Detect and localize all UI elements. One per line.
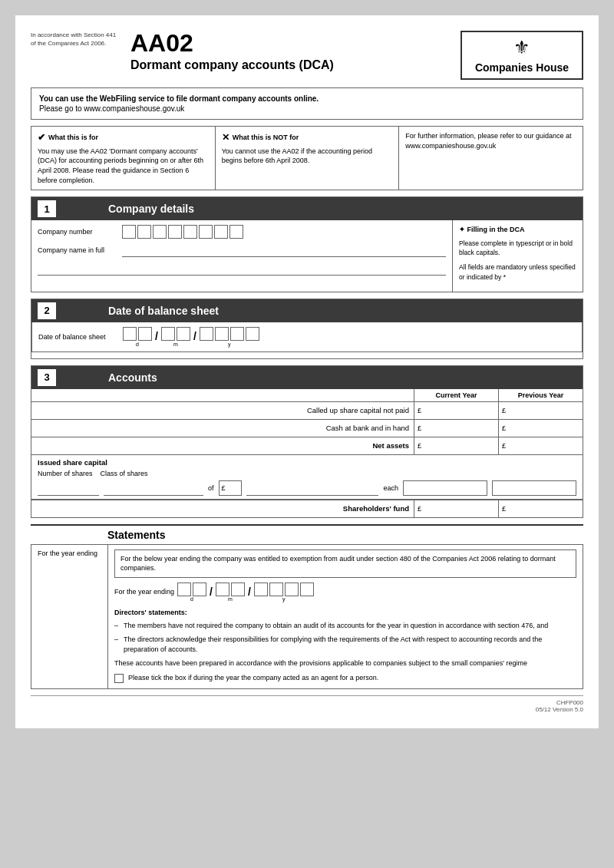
stmt-sep-2: / [248,586,251,598]
value-amount-input[interactable] [246,480,379,496]
webfiling-banner: You can use the WebFiling service to fil… [31,87,583,120]
month-box-2[interactable] [177,327,190,341]
what-not-for-heading: What this is NOT for [233,133,299,143]
pound-icon-1: £ [418,407,421,414]
for-year-date-row: For the year ending d / [114,583,576,602]
info-columns: ✔ What this is for You may use the AA02 … [31,126,583,190]
month-box-1[interactable] [161,327,175,341]
company-name-second-line[interactable] [38,262,446,276]
cash-previous[interactable]: £ [498,420,583,437]
called-up-previous-input[interactable] [507,407,593,414]
stmt-day-label: d [190,596,193,602]
num-shares-input[interactable] [38,480,99,496]
class-shares-input[interactable] [104,480,203,496]
cn-box-8[interactable] [229,225,243,239]
called-up-previous[interactable]: £ [498,402,583,419]
what-this-is-for-col: ✔ What this is for You may use the AA02 … [31,127,216,190]
footer-version: 05/12 Version 5.0 [31,706,583,713]
year-label: y [228,342,231,347]
issued-title: Issued share capital [31,455,583,470]
called-up-row: Called up share capital not paid £ £ [31,402,583,420]
year-boxes [200,327,259,341]
stmt-year-4[interactable] [300,583,314,596]
company-name-input[interactable] [122,243,446,257]
cn-box-4[interactable] [168,225,182,239]
footer-code: CHFP000 [31,699,583,706]
called-up-current-input[interactable] [423,407,509,414]
value-input[interactable]: £ [219,480,242,496]
issued-current-cell[interactable] [403,480,487,496]
year-box-4[interactable] [246,327,259,341]
pound-icon-3: £ [418,424,421,432]
called-up-current[interactable]: £ [414,402,498,419]
section2-number: 2 [38,302,56,319]
shareholders-current[interactable]: £ [414,500,498,517]
shareholders-current-input[interactable] [423,505,509,513]
cn-box-2[interactable] [137,225,151,239]
stmt-year-1[interactable] [254,583,268,596]
section2-body: Date of balance sheet d / [31,322,583,352]
cn-box-6[interactable] [199,225,213,239]
year-box-2[interactable] [215,327,229,341]
logo-text: Companies House [475,61,569,74]
checkbox-row: Please tick the box if during the year t… [114,673,576,684]
called-up-label: Called up share capital not paid [31,403,414,417]
what-for-body: You may use the AA02 'Dormant company ac… [38,147,209,185]
issued-previous-cell[interactable] [492,480,576,496]
stmt-month-2[interactable] [231,583,245,596]
cash-current[interactable]: £ [414,420,498,437]
pound-prefix-issued: £ [222,484,226,492]
tick-icon: ✔ [38,131,45,144]
for-year-label: For the year ending [38,550,101,557]
form-title-area: AA02 Dormant company accounts (DCA) [123,31,460,72]
year-box-3[interactable] [230,327,244,341]
cn-box-5[interactable] [183,225,197,239]
date-sep-1: / [155,330,158,344]
date-of-balance-label: Date of balance sheet [38,333,123,341]
stmt-day-group: d [177,583,206,602]
stmt-day-1[interactable] [177,583,191,596]
day-box-2[interactable] [138,327,152,341]
statements-body: For the year ending For the below year e… [31,544,583,689]
filing-note2: All fields are mandatory unless specifie… [459,262,576,282]
pound-icon-5: £ [418,442,421,450]
company-number-row: Company number [38,225,446,239]
net-assets-current-input[interactable] [423,442,509,450]
shareholders-previous[interactable]: £ [498,500,583,517]
legislation-text: In accordance with Section 441 of the Co… [31,31,123,48]
net-assets-current[interactable]: £ [414,437,498,454]
cn-box-3[interactable] [153,225,167,239]
stmt-year-3[interactable] [285,583,299,596]
stmt-day-2[interactable] [193,583,206,596]
net-assets-previous-input[interactable] [507,442,593,450]
cash-previous-input[interactable] [507,424,593,432]
section1-fields: Company number Company name in full [31,220,452,292]
date-sep-2: / [193,330,196,344]
footer: CHFP000 05/12 Version 5.0 [31,695,583,713]
webfiling-line2: Please go to www.companieshouse.gov.uk [39,104,184,113]
cash-current-input[interactable] [423,424,509,432]
year-box-1[interactable] [200,327,213,341]
what-not-for-col: ✕ What this is NOT for You cannot use th… [216,127,400,190]
year-group: y [200,327,259,347]
net-assets-previous[interactable]: £ [498,437,583,454]
what-not-for-title: ✕ What this is NOT for [222,131,393,144]
month-group: m [161,327,190,347]
stmt-month-1[interactable] [216,583,229,596]
logo-emblem-icon: ⚜ [513,37,530,58]
company-number-label: Company number [38,228,122,236]
shareholders-previous-input[interactable] [507,505,593,513]
each-text: each [383,484,398,492]
cn-box-7[interactable] [214,225,228,239]
stmt-year-2[interactable] [269,583,283,596]
accounts-col-headers: Current Year Previous Year [31,389,583,402]
day-box-1[interactable] [123,327,137,341]
pound-icon-8: £ [502,505,506,513]
agent-checkbox[interactable] [114,674,124,683]
statements-info-box: For the below year ending the company wa… [114,550,576,578]
stmt-month-group: m [216,583,245,602]
previous-year-header: Previous Year [498,389,583,401]
cn-box-1[interactable] [122,225,136,239]
cash-label: Cash at bank and in hand [31,421,414,435]
header: In accordance with Section 441 of the Co… [31,31,583,80]
